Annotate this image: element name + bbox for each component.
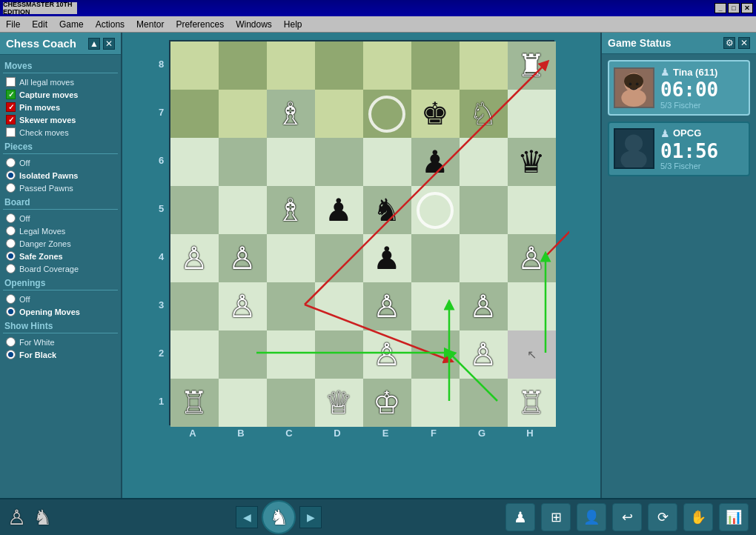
square-c3[interactable] (267, 282, 315, 330)
square-b6[interactable] (219, 138, 267, 186)
chess-board[interactable]: ♜ ♗ (169, 40, 554, 425)
square-g2[interactable]: ♙ (460, 330, 508, 379)
square-h3[interactable] (508, 282, 556, 330)
square-a6[interactable] (170, 138, 219, 186)
square-e2[interactable]: ♙ (363, 330, 411, 379)
square-a3[interactable] (170, 282, 219, 330)
square-g6[interactable] (460, 138, 508, 186)
openings-off-option[interactable]: Off (3, 293, 118, 305)
square-g8[interactable] (460, 41, 508, 90)
square-h2[interactable]: ↖ (508, 330, 556, 379)
pin-moves-checkbox[interactable]: ✓ (6, 102, 16, 112)
square-f5[interactable] (411, 186, 460, 234)
square-e1[interactable]: ♔ (363, 379, 411, 427)
square-b7[interactable] (219, 90, 267, 138)
all-legal-moves-checkbox[interactable] (6, 77, 16, 87)
toolbar-btn-5[interactable]: ⟳ (648, 503, 677, 531)
menu-edit[interactable]: Edit (26, 18, 53, 31)
square-e3[interactable]: ♙ (363, 282, 411, 330)
nav-prev-button[interactable]: ◀ (236, 506, 258, 528)
pieces-off-radio[interactable] (6, 158, 16, 167)
square-d3[interactable] (315, 282, 363, 330)
coach-collapse-button[interactable]: ▲ (88, 38, 100, 50)
square-h4[interactable]: ♙ (508, 234, 556, 282)
isolated-pawns-option[interactable]: Isolated Pawns (3, 169, 118, 182)
legal-moves-option[interactable]: Legal Moves (3, 225, 118, 237)
check-moves-option[interactable]: Check moves (3, 126, 118, 139)
menu-preferences[interactable]: Preferences (170, 18, 230, 31)
maximize-button[interactable]: □ (728, 3, 740, 13)
square-f3[interactable] (411, 282, 460, 330)
square-g4[interactable] (460, 234, 508, 282)
square-h5[interactable] (508, 186, 556, 234)
board-coverage-option[interactable]: Board Coverage (3, 262, 118, 275)
menu-file[interactable]: File (0, 18, 26, 31)
for-black-option[interactable]: For Black (3, 348, 118, 361)
square-h8[interactable]: ♜ (508, 41, 556, 90)
for-white-radio[interactable] (6, 337, 16, 347)
all-legal-moves-option[interactable]: All legal moves (3, 76, 118, 88)
toolbar-btn-6[interactable]: ✋ (683, 503, 713, 531)
square-b2[interactable] (219, 330, 267, 379)
capture-moves-option[interactable]: ✓ Capture moves (3, 88, 118, 101)
minimize-button[interactable]: _ (714, 3, 726, 13)
square-f6[interactable]: ♟ (411, 138, 460, 186)
board-coverage-radio[interactable] (6, 264, 16, 273)
isolated-pawns-radio[interactable] (6, 170, 16, 180)
coach-close-button[interactable]: ✕ (103, 38, 115, 50)
square-a1[interactable]: ♖ (170, 379, 219, 427)
square-g1[interactable] (460, 379, 508, 427)
square-d6[interactable] (315, 138, 363, 186)
square-e5[interactable]: ♞ (363, 186, 411, 234)
opening-moves-radio[interactable] (6, 307, 16, 316)
for-black-radio[interactable] (6, 350, 16, 359)
square-d5[interactable]: ♟ (315, 186, 363, 234)
capture-moves-checkbox[interactable]: ✓ (6, 90, 16, 99)
square-d1[interactable]: ♕ (315, 379, 363, 427)
square-c1[interactable] (267, 379, 315, 427)
square-d2[interactable] (315, 330, 363, 379)
danger-zones-option[interactable]: Danger Zones (3, 237, 118, 250)
skewer-moves-checkbox[interactable]: ✓ (6, 115, 16, 124)
square-h7[interactable] (508, 90, 556, 138)
square-c4[interactable] (267, 234, 315, 282)
square-a4[interactable]: ♙ (170, 234, 219, 282)
square-f2[interactable] (411, 330, 460, 379)
square-e7[interactable] (363, 90, 411, 138)
menu-mentor[interactable]: Mentor (130, 18, 170, 31)
status-close-button[interactable]: ✕ (738, 37, 750, 49)
square-b1[interactable] (219, 379, 267, 427)
square-g3[interactable]: ♙ (460, 282, 508, 330)
passed-pawns-radio[interactable] (6, 183, 16, 193)
square-e8[interactable] (363, 41, 411, 90)
menu-windows[interactable]: Windows (230, 18, 278, 31)
menu-game[interactable]: Game (53, 18, 90, 31)
square-b5[interactable] (219, 186, 267, 234)
square-h6[interactable]: ♛ (508, 138, 556, 186)
square-a7[interactable] (170, 90, 219, 138)
square-f1[interactable] (411, 379, 460, 427)
close-button[interactable]: ✕ (741, 3, 753, 13)
safe-zones-radio[interactable] (6, 251, 16, 261)
square-e6[interactable] (363, 138, 411, 186)
check-moves-checkbox[interactable] (6, 127, 16, 137)
nav-knight-button[interactable]: ♞ (262, 500, 296, 534)
square-e4[interactable]: ♟ (363, 234, 411, 282)
toolbar-btn-4[interactable]: ↩ (612, 503, 642, 531)
square-c5[interactable]: ♗ (267, 186, 315, 234)
square-f7[interactable]: ♚ (411, 90, 460, 138)
board-off-radio[interactable] (6, 213, 16, 223)
board-off-option[interactable]: Off (3, 212, 118, 225)
danger-zones-radio[interactable] (6, 239, 16, 248)
square-c7[interactable]: ♗ (267, 90, 315, 138)
status-settings-button[interactable]: ⚙ (723, 37, 735, 49)
toolbar-btn-3[interactable]: 👤 (577, 503, 606, 531)
square-g7[interactable]: ♘ (460, 90, 508, 138)
square-b8[interactable] (219, 41, 267, 90)
skewer-moves-option[interactable]: ✓ Skewer moves (3, 113, 118, 126)
square-b4[interactable]: ♙ (219, 234, 267, 282)
square-a8[interactable] (170, 41, 219, 90)
square-b3[interactable]: ♙ (219, 282, 267, 330)
square-d8[interactable] (315, 41, 363, 90)
for-white-option[interactable]: For White (3, 336, 118, 348)
